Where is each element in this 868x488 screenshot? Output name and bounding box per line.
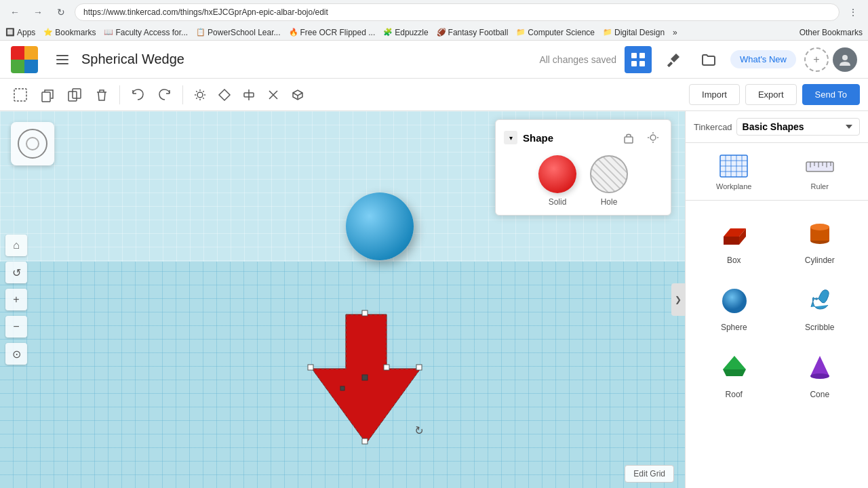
workplane-button[interactable]: Workplane bbox=[691, 148, 777, 195]
workplane-label: Workplane bbox=[716, 182, 751, 190]
refresh-button[interactable]: ↻ bbox=[52, 3, 71, 22]
shape-roof[interactable]: Roof bbox=[694, 343, 774, 405]
forward-button[interactable]: → bbox=[28, 3, 47, 22]
more-label: » bbox=[673, 28, 677, 37]
undo-button[interactable] bbox=[125, 83, 150, 107]
svg-rect-10 bbox=[42, 92, 50, 102]
bookmark-apps[interactable]: 🔲 Apps bbox=[5, 28, 35, 37]
fit-view-button[interactable]: ⊙ bbox=[5, 343, 27, 365]
delete-button[interactable] bbox=[90, 83, 114, 107]
bookmark-powerschool[interactable]: 📋 PowerSchool Lear... bbox=[196, 28, 280, 37]
copy-button[interactable] bbox=[35, 83, 60, 107]
bookmark-faculty[interactable]: 📖 Faculty Access for... bbox=[104, 28, 188, 37]
box-thumb bbox=[713, 214, 754, 251]
grid-view-button[interactable] bbox=[625, 46, 652, 73]
box-label: Box bbox=[727, 256, 741, 265]
mirror-button[interactable] bbox=[262, 83, 285, 106]
panel-title: Shape bbox=[523, 132, 614, 144]
zoom-out-button[interactable]: − bbox=[5, 316, 27, 338]
back-button[interactable]: ← bbox=[5, 3, 24, 22]
svg-rect-19 bbox=[416, 365, 422, 370]
cone-label: Cone bbox=[810, 390, 829, 399]
bookmark-cs[interactable]: 📁 Computer Science bbox=[516, 28, 595, 37]
workplane-icon bbox=[717, 152, 750, 180]
canvas-area[interactable]: ↻ ⌂ ↺ + − ⊙ ▾ Shape bbox=[0, 111, 685, 488]
shape-cone[interactable]: Cone bbox=[780, 343, 861, 405]
svg-rect-1 bbox=[56, 59, 68, 60]
bookmark-dd[interactable]: 📁 Digital Design bbox=[603, 28, 665, 37]
user-avatar[interactable] bbox=[833, 47, 857, 72]
address-bar[interactable]: https://www.tinkercad.com/things/hxEJCGp… bbox=[75, 3, 840, 21]
orbit-button[interactable]: ↺ bbox=[5, 262, 27, 283]
sphere-object[interactable] bbox=[346, 192, 414, 260]
nav-bar: ← → ↻ https://www.tinkercad.com/things/h… bbox=[0, 0, 868, 24]
panel-collapse-toggle[interactable]: ❯ bbox=[671, 283, 685, 316]
svg-point-52 bbox=[810, 373, 829, 379]
tinkercad-logo[interactable] bbox=[11, 46, 38, 73]
logo-q4 bbox=[24, 60, 38, 73]
shapes-grid: Box Cylinder bbox=[686, 201, 868, 413]
diamond-button[interactable] bbox=[213, 83, 236, 106]
shape-panel: ▾ Shape Solid bbox=[495, 119, 671, 216]
user-area: + bbox=[804, 47, 857, 72]
shape-box[interactable]: Box bbox=[694, 209, 774, 270]
folder-button[interactable] bbox=[695, 46, 722, 73]
svg-rect-6 bbox=[639, 61, 645, 66]
whats-new-button[interactable]: What's New bbox=[730, 50, 796, 68]
bookmark-bookmarks[interactable]: ⭐ Bookmarks bbox=[43, 28, 96, 37]
cone-thumb bbox=[800, 348, 840, 386]
svg-point-26 bbox=[650, 135, 656, 140]
zoom-in-button[interactable]: + bbox=[5, 289, 27, 310]
apps-label: Apps bbox=[17, 28, 35, 37]
shape-scribble[interactable]: Scribble bbox=[780, 276, 861, 338]
hammer-button[interactable] bbox=[660, 46, 687, 73]
svg-point-8 bbox=[842, 55, 848, 60]
ruler-button[interactable]: Ruler bbox=[777, 148, 863, 195]
workplane-ruler-area: Workplane Ruler bbox=[686, 143, 868, 201]
cylinder-thumb bbox=[800, 214, 840, 251]
redo-button[interactable] bbox=[153, 83, 177, 107]
bookmark-edpuzzle[interactable]: 🧩 Edpuzzle bbox=[383, 28, 428, 37]
export-button[interactable]: Export bbox=[745, 84, 797, 105]
logo-q1 bbox=[11, 46, 24, 60]
snap-toolbar bbox=[189, 83, 309, 106]
library-dropdown[interactable]: Basic Shapes bbox=[736, 118, 860, 136]
cylinder-label: Cylinder bbox=[805, 256, 835, 265]
import-button[interactable]: Import bbox=[689, 84, 740, 105]
grid-menu-button[interactable] bbox=[52, 49, 73, 70]
hole-option[interactable]: Hole bbox=[590, 155, 628, 207]
extensions-button[interactable]: ⋮ bbox=[844, 3, 863, 22]
ruler-label: Ruler bbox=[811, 182, 829, 190]
bookmark-fantasy[interactable]: 🏈 Fantasy Football bbox=[437, 28, 509, 37]
toolbar: Import Export Send To bbox=[0, 79, 868, 111]
light-button[interactable] bbox=[189, 83, 212, 106]
bookmark-more[interactable]: » bbox=[673, 28, 677, 37]
logo-box bbox=[11, 46, 38, 73]
panel-light-button[interactable] bbox=[644, 128, 663, 147]
document-title: Spherical Wedge bbox=[81, 52, 184, 67]
add-user-button[interactable]: + bbox=[804, 47, 829, 72]
hole-label: Hole bbox=[601, 197, 618, 207]
dd-label: Digital Design bbox=[614, 28, 665, 37]
group-button[interactable] bbox=[286, 83, 309, 106]
duplicate-button[interactable] bbox=[62, 83, 87, 107]
main-content: ↻ ⌂ ↺ + − ⊙ ▾ Shape bbox=[0, 111, 868, 488]
bookmarks-label: Bookmarks bbox=[55, 28, 96, 37]
panel-collapse-button[interactable]: ▾ bbox=[504, 131, 517, 144]
solid-option[interactable]: Solid bbox=[538, 155, 576, 207]
bookmark-other[interactable]: Other Bookmarks bbox=[800, 28, 863, 37]
shape-sphere[interactable]: Sphere bbox=[694, 276, 774, 338]
svg-marker-49 bbox=[723, 356, 746, 369]
wedge-object[interactable]: ↻ bbox=[292, 308, 441, 464]
bookmark-freeocr[interactable]: 🔥 Free OCR Flipped ... bbox=[289, 28, 376, 37]
home-view-button[interactable]: ⌂ bbox=[5, 235, 27, 256]
select-all-button[interactable] bbox=[8, 83, 33, 107]
edit-grid-button[interactable]: Edit Grid bbox=[625, 465, 674, 483]
ruler-icon bbox=[804, 152, 836, 180]
panel-lock-button[interactable] bbox=[619, 128, 638, 147]
send-to-button[interactable]: Send To bbox=[802, 84, 860, 105]
align-button[interactable] bbox=[237, 83, 260, 106]
solid-label: Solid bbox=[549, 197, 567, 207]
edp-label: Edpuzzle bbox=[395, 28, 428, 37]
shape-cylinder[interactable]: Cylinder bbox=[780, 209, 861, 270]
